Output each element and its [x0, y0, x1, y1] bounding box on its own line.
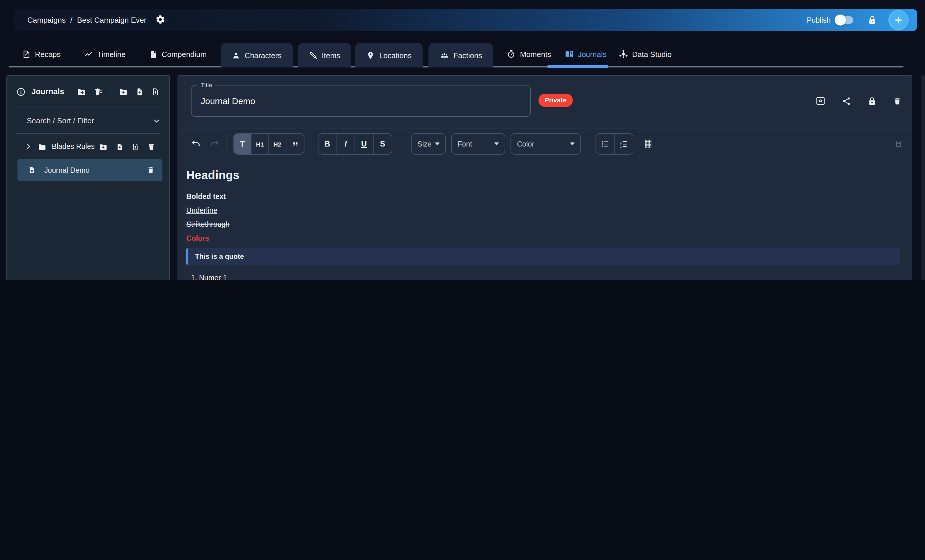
tab-label: Items [322, 51, 340, 60]
font-dropdown-label: Font [458, 140, 472, 148]
tab-label: Characters [244, 51, 282, 60]
toolbar-separator [399, 133, 399, 155]
tab-label: Timeline [97, 50, 125, 59]
tab-recaps[interactable]: Recaps [22, 50, 60, 59]
tab-journals[interactable]: Journals [564, 50, 606, 59]
breadcrumb: Campaigns / Best Campaign Ever [27, 16, 146, 24]
journal-title-row: Title Private [178, 76, 911, 129]
doc-blockquote: This is a quote [186, 248, 900, 264]
list-item: Numer 1 [191, 272, 900, 280]
redo-button[interactable] [209, 139, 220, 149]
tab-items[interactable]: Items [298, 43, 351, 68]
person-icon [232, 51, 240, 60]
book-icon [149, 50, 157, 59]
bulk-delete-icon[interactable] [94, 87, 103, 96]
size-dropdown[interactable]: Size [411, 133, 446, 155]
breadcrumb-campaigns[interactable]: Campaigns [27, 16, 66, 24]
filter-label: Search / Sort / Filter [27, 116, 94, 125]
redo-icon [209, 139, 220, 149]
import-file-icon[interactable] [151, 87, 160, 96]
tab-moments[interactable]: Moments [506, 50, 551, 59]
campaign-settings-button[interactable] [155, 14, 165, 26]
tab-factions[interactable]: Factions [428, 43, 493, 68]
underline-button[interactable]: U [355, 134, 374, 154]
folder-name: Blades Rules [52, 143, 95, 151]
app-window: Campaigns / Best Campaign Ever Publish [0, 0, 925, 280]
lock-icon[interactable] [867, 15, 877, 25]
color-dropdown[interactable]: Color [511, 133, 581, 155]
lock-icon[interactable] [867, 96, 877, 105]
new-file-icon[interactable] [136, 87, 144, 96]
journal-editor-panel: Title Private [178, 75, 912, 280]
tab-label: Data Studio [632, 50, 672, 59]
recap-scroll-icon [22, 50, 31, 59]
campaign-tabbar: Recaps Timeline Compendium Characters It… [0, 31, 925, 68]
title-input[interactable] [191, 86, 530, 116]
campaign-topbar: Campaigns / Best Campaign Ever Publish [14, 9, 917, 31]
breadcrumb-current-campaign[interactable]: Best Campaign Ever [77, 16, 146, 24]
caret-down-icon [494, 143, 499, 146]
tree-folder-blades-rules[interactable]: Blades Rules [7, 134, 169, 159]
italic-button[interactable]: I [337, 134, 355, 154]
tab-compendium[interactable]: Compendium [149, 50, 206, 59]
tab-label: Recaps [35, 50, 60, 59]
bullet-list-button[interactable] [596, 134, 615, 154]
undo-button[interactable] [190, 139, 202, 149]
gear-icon [155, 14, 165, 24]
plus-icon [893, 15, 904, 25]
bold-button[interactable]: B [318, 134, 337, 154]
numbered-list-button[interactable]: 123 [615, 134, 633, 154]
folder-actions [99, 142, 155, 151]
tab-timeline[interactable]: Timeline [84, 50, 125, 59]
doc-numbered-list: Numer 1 Number 2 Number 3 [186, 272, 900, 280]
toolbar-separator [311, 133, 312, 155]
toolbar-separator [590, 133, 590, 155]
trash-icon[interactable] [147, 166, 155, 174]
import-file-icon[interactable] [131, 142, 139, 151]
info-icon[interactable] [16, 87, 26, 96]
preview-icon[interactable] [815, 96, 826, 106]
journals-sidebar: Journals Se [6, 75, 170, 280]
delete-journal-icon[interactable] [893, 96, 902, 105]
active-tab-indicator [547, 65, 608, 68]
move-folder-icon[interactable] [77, 87, 86, 96]
trash-icon[interactable] [147, 142, 155, 151]
paragraph-format-button[interactable]: T [234, 134, 252, 154]
search-sort-filter-toggle[interactable]: Search / Sort / Filter [7, 108, 169, 133]
new-folder-icon[interactable] [99, 142, 108, 151]
size-dropdown-label: Size [417, 140, 432, 148]
sidebar-header: Journals [7, 76, 169, 108]
insert-table-button[interactable] [643, 138, 653, 149]
doc-underline-line: Underline [186, 204, 900, 218]
new-folder-icon[interactable] [119, 87, 128, 96]
quote-icon [291, 140, 299, 148]
document-icon [28, 166, 36, 174]
add-button[interactable] [888, 10, 909, 30]
bullet-list-icon [601, 140, 610, 148]
font-dropdown[interactable]: Font [451, 133, 505, 155]
doc-colors-line: Colors [186, 231, 900, 245]
strikethrough-button[interactable]: S [374, 134, 392, 154]
tab-data-studio[interactable]: Data Studio [619, 50, 672, 59]
tab-characters[interactable]: Characters [221, 43, 292, 68]
people-group-icon [440, 51, 449, 60]
toggle-knob [835, 15, 846, 26]
publish-toggle[interactable] [836, 16, 853, 24]
h1-format-button[interactable]: H1 [252, 134, 269, 154]
tab-locations[interactable]: Locations [356, 43, 423, 68]
save-button[interactable] [895, 139, 902, 149]
tree-file-journal-demo-selected[interactable]: Journal Demo [18, 159, 163, 181]
chevron-right-icon[interactable] [25, 143, 32, 150]
map-pin-icon [366, 51, 375, 60]
h2-format-button[interactable]: H2 [269, 134, 286, 154]
stopwatch-icon [506, 50, 516, 59]
scrollbar[interactable] [921, 75, 925, 280]
share-icon[interactable] [842, 96, 851, 105]
new-file-icon[interactable] [116, 142, 124, 151]
journal-document[interactable]: Headings Bolded text Underline Strikethr… [178, 159, 911, 280]
numbered-list-icon: 123 [619, 140, 628, 148]
journal-actions [815, 96, 902, 106]
blockquote-button[interactable] [286, 134, 304, 154]
privacy-badge[interactable]: Private [538, 94, 572, 107]
tab-label: Locations [379, 51, 411, 60]
